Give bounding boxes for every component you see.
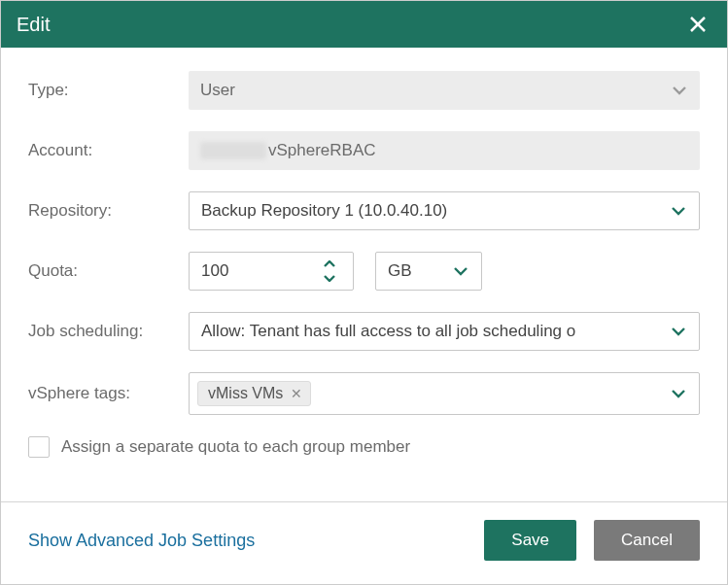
save-button[interactable]: Save bbox=[484, 520, 576, 561]
quota-label: Quota: bbox=[28, 261, 189, 281]
advanced-settings-link[interactable]: Show Advanced Job Settings bbox=[28, 531, 484, 551]
tag-chip-label: vMiss VMs bbox=[208, 385, 283, 402]
tag-remove-icon[interactable]: ✕ bbox=[291, 387, 302, 400]
chevron-down-icon bbox=[672, 201, 685, 221]
quota-increment[interactable] bbox=[318, 258, 341, 271]
titlebar: Edit bbox=[1, 1, 727, 48]
chevron-down-icon bbox=[324, 274, 335, 282]
chevron-down-icon bbox=[672, 322, 685, 341]
account-redacted bbox=[200, 142, 266, 159]
scheduling-label: Job scheduling: bbox=[28, 322, 189, 341]
quota-input[interactable] bbox=[190, 261, 292, 281]
tag-chip: vMiss VMs ✕ bbox=[197, 381, 311, 406]
separate-quota-label: Assign a separate quota to each group me… bbox=[61, 437, 410, 457]
repository-value: Backup Repository 1 (10.0.40.10) bbox=[201, 201, 447, 221]
row-account: Account: vSphereRBAC bbox=[28, 131, 700, 170]
type-value: User bbox=[200, 81, 235, 100]
chevron-down-icon bbox=[672, 385, 685, 402]
close-button[interactable] bbox=[684, 11, 711, 38]
account-field: vSphereRBAC bbox=[189, 131, 700, 170]
quota-unit-value: GB bbox=[388, 261, 412, 281]
dialog-body: Type: User Account: vSphereRBAC Repo bbox=[1, 48, 727, 474]
close-icon bbox=[689, 16, 707, 33]
dialog-footer: Show Advanced Job Settings Save Cancel bbox=[1, 502, 727, 584]
account-label: Account: bbox=[28, 141, 189, 160]
cancel-button[interactable]: Cancel bbox=[594, 520, 700, 561]
row-repository: Repository: Backup Repository 1 (10.0.40… bbox=[28, 191, 700, 230]
dialog-title: Edit bbox=[17, 14, 684, 36]
quota-decrement[interactable] bbox=[318, 271, 341, 285]
repository-label: Repository: bbox=[28, 201, 189, 221]
repository-select[interactable]: Backup Repository 1 (10.0.40.10) bbox=[189, 191, 700, 230]
row-tags: vSphere tags: vMiss VMs ✕ bbox=[28, 372, 700, 415]
tags-label: vSphere tags: bbox=[28, 384, 189, 403]
scheduling-select[interactable]: Allow: Tenant has full access to all job… bbox=[189, 312, 700, 351]
separate-quota-checkbox[interactable] bbox=[28, 436, 50, 458]
type-select: User bbox=[189, 71, 700, 110]
chevron-down-icon bbox=[454, 261, 468, 281]
chevron-up-icon bbox=[324, 260, 335, 268]
row-separate-quota: Assign a separate quota to each group me… bbox=[28, 436, 700, 458]
quota-unit-select[interactable]: GB bbox=[375, 252, 482, 291]
row-quota: Quota: bbox=[28, 252, 700, 291]
tags-select[interactable]: vMiss VMs ✕ bbox=[189, 372, 700, 415]
scheduling-value: Allow: Tenant has full access to all job… bbox=[201, 322, 575, 341]
row-type: Type: User bbox=[28, 71, 700, 110]
type-label: Type: bbox=[28, 81, 189, 100]
account-value: vSphereRBAC bbox=[268, 141, 376, 160]
edit-dialog: Edit Type: User Account: bbox=[0, 0, 728, 585]
row-scheduling: Job scheduling: Allow: Tenant has full a… bbox=[28, 312, 700, 351]
chevron-down-icon bbox=[673, 81, 686, 100]
quota-stepper[interactable] bbox=[189, 252, 354, 291]
